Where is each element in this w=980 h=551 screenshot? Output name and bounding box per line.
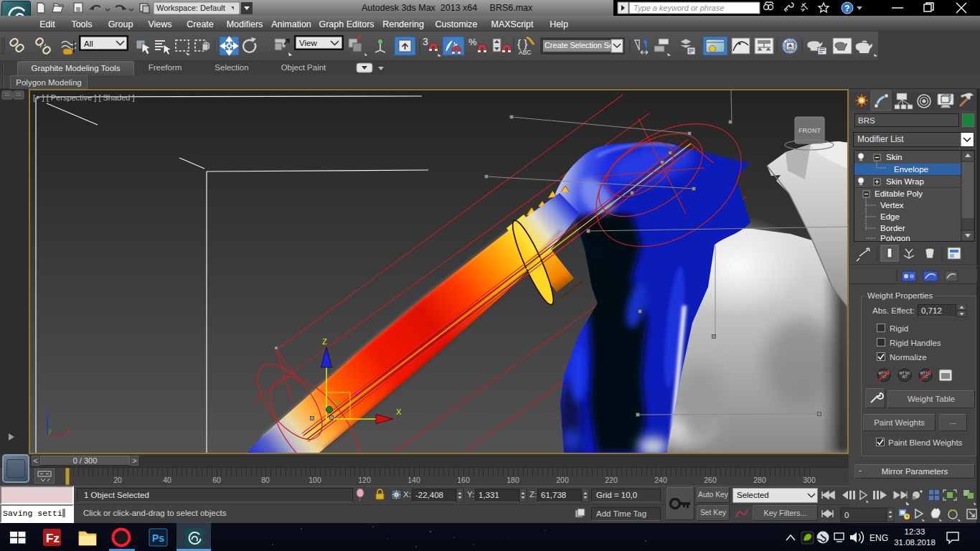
- svg-text:[+ ] [ Perspective ] [ Shaded: [+ ] [ Perspective ] [ Shaded ]: [33, 93, 135, 102]
- svg-text:Envelope: Envelope: [894, 165, 928, 174]
- svg-text:Type a keyword or phrase: Type a keyword or phrase: [633, 4, 724, 12]
- svg-text:Skin: Skin: [886, 153, 902, 161]
- svg-text:Vertex: Vertex: [880, 201, 904, 209]
- svg-text:Ps: Ps: [152, 532, 164, 544]
- svg-text:31.08.2018: 31.08.2018: [894, 538, 936, 547]
- svg-text:Fz: Fz: [46, 532, 60, 545]
- svg-text:0: 0: [844, 511, 849, 519]
- svg-text:{ }: { }: [517, 37, 527, 50]
- svg-text:12:33: 12:33: [905, 527, 925, 536]
- svg-text:ABC: ABC: [519, 49, 531, 56]
- svg-text:Z: Z: [322, 337, 327, 346]
- svg-text:y: y: [48, 427, 52, 435]
- svg-text:3: 3: [423, 36, 428, 47]
- svg-text:Polygon: Polygon: [880, 234, 910, 241]
- svg-text:Skin Wrap: Skin Wrap: [886, 177, 924, 186]
- svg-text:z: z: [44, 408, 48, 416]
- svg-text:All: All: [84, 39, 93, 48]
- svg-text:Workspace: Default: Workspace: Default: [156, 4, 225, 12]
- svg-text:Border: Border: [880, 224, 905, 232]
- svg-text:Y: Y: [334, 399, 340, 408]
- svg-text:%: %: [468, 37, 477, 47]
- svg-text:x: x: [66, 427, 70, 435]
- svg-text:X: X: [396, 408, 402, 416]
- svg-text:Edge: Edge: [880, 212, 900, 221]
- svg-text:FRONT: FRONT: [798, 127, 821, 134]
- svg-text:View: View: [299, 39, 317, 47]
- svg-text:ENG: ENG: [870, 533, 888, 543]
- svg-text:Editable Poly: Editable Poly: [875, 189, 923, 198]
- svg-text:Create Selection Se: Create Selection Se: [545, 41, 613, 50]
- svg-text:?: ?: [844, 4, 849, 14]
